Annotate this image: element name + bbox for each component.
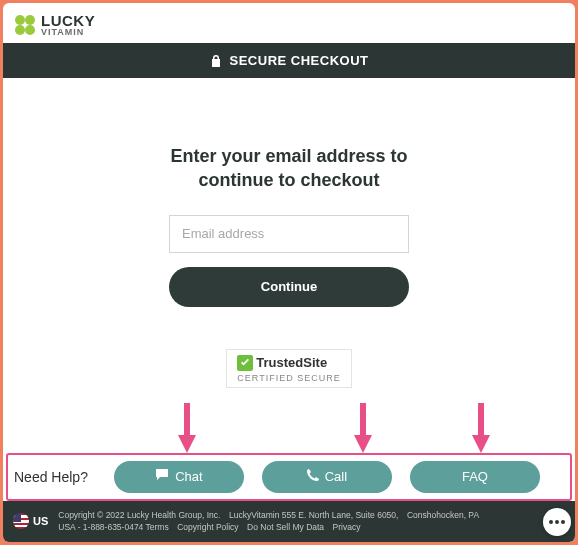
country-selector[interactable]: US — [13, 513, 48, 529]
continue-button[interactable]: Continue — [169, 267, 409, 307]
secure-checkout-bar: SECURE CHECKOUT — [3, 43, 575, 78]
main-content: Enter your email address to continue to … — [3, 78, 575, 453]
svg-point-1 — [25, 15, 35, 25]
trusted-name: TrustedSite — [256, 355, 327, 370]
email-field[interactable] — [169, 215, 409, 253]
call-button[interactable]: Call — [262, 461, 392, 493]
trusted-badge[interactable]: TrustedSite CERTIFIED SECURE — [226, 349, 351, 388]
logo-text: LUCKY VITAMIN — [41, 14, 95, 36]
country-code: US — [33, 515, 48, 527]
footer-text: Copyright © 2022 Lucky Health Group, Inc… — [58, 509, 565, 535]
help-label: Need Help? — [14, 469, 88, 485]
svg-point-3 — [25, 25, 35, 35]
header: LUCKY VITAMIN — [3, 3, 575, 43]
chat-label: Chat — [175, 469, 202, 484]
chat-icon — [155, 469, 169, 484]
ellipsis-icon — [549, 520, 565, 524]
chat-button[interactable]: Chat — [114, 461, 244, 493]
logo[interactable]: LUCKY VITAMIN — [13, 13, 95, 37]
trusted-cert: CERTIFIED SECURE — [237, 373, 340, 383]
phone-icon — [307, 469, 319, 484]
svg-point-2 — [15, 25, 25, 35]
secure-checkout-label: SECURE CHECKOUT — [230, 53, 369, 68]
help-section: Need Help? Chat Call FAQ — [6, 453, 572, 501]
faq-label: FAQ — [462, 469, 488, 484]
page-heading: Enter your email address to continue to … — [139, 144, 439, 193]
checkmark-icon — [237, 355, 253, 371]
svg-point-0 — [15, 15, 25, 25]
faq-button[interactable]: FAQ — [410, 461, 540, 493]
footer: US Copyright © 2022 Lucky Health Group, … — [3, 501, 575, 543]
chat-widget-button[interactable] — [543, 508, 571, 536]
clover-icon — [13, 13, 37, 37]
us-flag-icon — [13, 513, 29, 529]
call-label: Call — [325, 469, 347, 484]
lock-icon — [210, 54, 222, 68]
